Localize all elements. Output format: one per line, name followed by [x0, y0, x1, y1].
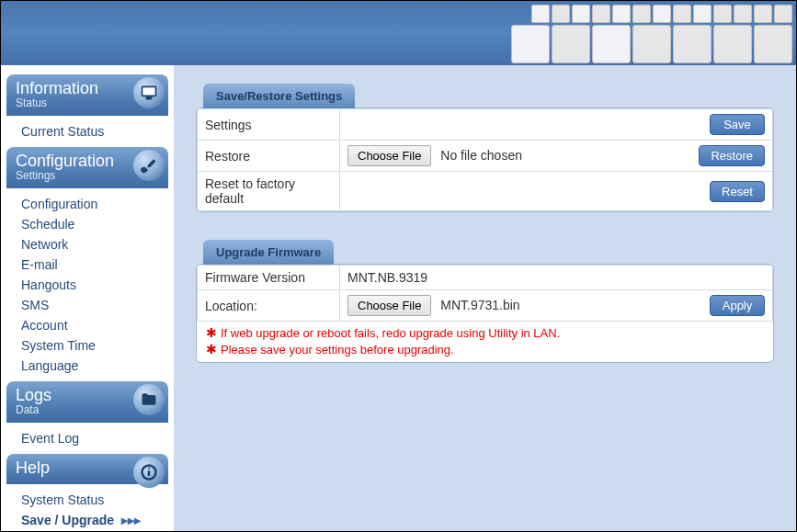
choose-file-restore-button[interactable]: Choose File [347, 145, 431, 166]
panel-tab: Upgrade Firmware [203, 240, 334, 265]
help-item-label: Save / Upgrade [21, 513, 114, 527]
label-restore: Restore [198, 141, 340, 172]
folder-icon [133, 384, 165, 415]
label-location: Location: [198, 290, 340, 322]
tools-icon [133, 150, 165, 181]
panel-tab: Save/Restore Settings [203, 84, 355, 108]
section-header-help: Help [6, 454, 168, 484]
label-reset: Reset to factory default [198, 172, 340, 211]
info-icon [133, 457, 165, 488]
sidebar-item-email[interactable]: E-mail [21, 255, 168, 275]
sidebar-item-hangouts[interactable]: Hangouts [21, 275, 168, 295]
label-settings: Settings [198, 109, 340, 141]
svg-rect-0 [142, 86, 156, 96]
choose-file-firmware-button[interactable]: Choose File [347, 295, 431, 316]
sidebar-item-sms[interactable]: SMS [21, 295, 168, 315]
section-header-logs: Logs Data [6, 381, 168, 423]
sidebar: Information Status Current Status Config… [1, 65, 174, 531]
banner-decoration [511, 5, 792, 63]
main-content: Save/Restore Settings Settings Save Rest… [174, 65, 796, 531]
sidebar-item-event-log[interactable]: Event Log [21, 428, 168, 448]
section-header-configuration: Configuration Settings [6, 147, 168, 188]
restore-button[interactable]: Restore [699, 145, 765, 166]
sidebar-item-language[interactable]: Language [21, 356, 168, 376]
top-banner [1, 1, 796, 65]
asterisk-icon: ✱ [206, 343, 217, 357]
no-file-chosen-text: No file chosen [440, 148, 522, 163]
panel-save-restore: Save/Restore Settings Settings Save Rest… [196, 84, 774, 212]
sidebar-item-schedule[interactable]: Schedule [21, 214, 168, 234]
note-text-2: Please save your settings before upgradi… [221, 343, 454, 357]
help-item-system-status[interactable]: System Status [21, 490, 168, 510]
firmware-file-name: MNT.9731.bin [440, 298, 519, 312]
upgrade-notes: ✱If web upgrade or reboot fails, redo up… [197, 322, 773, 362]
save-button[interactable]: Save [710, 114, 765, 135]
sidebar-item-system-time[interactable]: System Time [21, 335, 168, 356]
apply-button[interactable]: Apply [710, 295, 765, 316]
sidebar-item-account[interactable]: Account [21, 315, 168, 335]
sidebar-item-configuration[interactable]: Configuration [21, 194, 168, 214]
reset-button[interactable]: Reset [710, 181, 765, 202]
sidebar-item-current-status[interactable]: Current Status [21, 121, 168, 141]
section-header-information: Information Status [6, 74, 168, 116]
note-text-1: If web upgrade or reboot fails, redo upg… [221, 326, 560, 340]
panel-upgrade-firmware: Upgrade Firmware Firmware Version MNT.NB… [196, 240, 774, 363]
label-firmware-version: Firmware Version [198, 266, 340, 290]
svg-point-5 [148, 468, 150, 470]
sidebar-item-network[interactable]: Network [21, 234, 168, 255]
arrow-icon: ▸▸▸ [121, 510, 141, 530]
asterisk-icon: ✱ [206, 326, 217, 340]
svg-rect-1 [147, 97, 152, 99]
monitor-icon [133, 77, 165, 108]
help-item-save-upgrade[interactable]: Save / Upgrade ▸▸▸ [21, 510, 168, 530]
value-firmware-version: MNT.NB.9319 [340, 266, 773, 290]
